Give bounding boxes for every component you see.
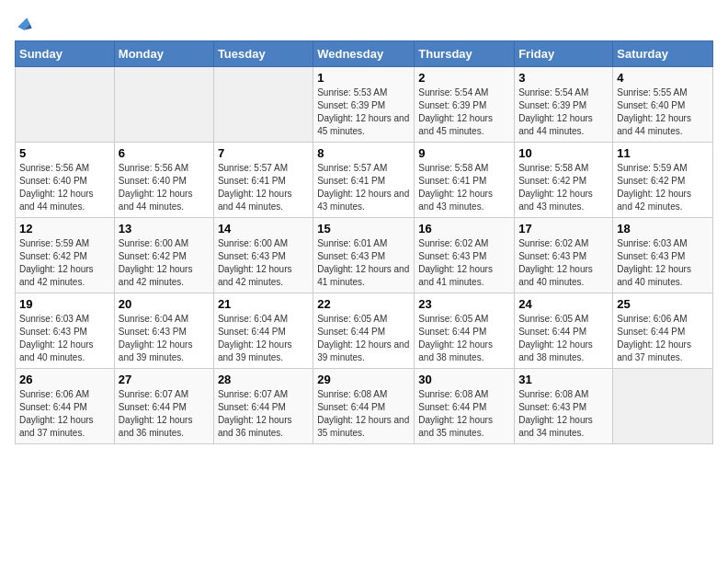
calendar-cell: 13Sunrise: 6:00 AM Sunset: 6:42 PM Dayli… (114, 218, 213, 293)
day-number: 18 (617, 222, 709, 236)
day-number: 6 (119, 146, 210, 160)
day-number: 5 (19, 146, 110, 160)
day-number: 20 (119, 297, 210, 311)
calendar-cell (114, 67, 213, 143)
calendar-cell: 28Sunrise: 6:07 AM Sunset: 6:44 PM Dayli… (213, 369, 313, 444)
day-number: 16 (418, 222, 510, 236)
day-number: 13 (119, 222, 210, 236)
day-number: 31 (518, 373, 609, 386)
day-info: Sunrise: 5:56 AM Sunset: 6:40 PM Dayligh… (19, 162, 110, 213)
week-row-5: 26Sunrise: 6:06 AM Sunset: 6:44 PM Dayli… (16, 369, 713, 444)
day-info: Sunrise: 5:59 AM Sunset: 6:42 PM Dayligh… (617, 162, 709, 213)
day-info: Sunrise: 5:57 AM Sunset: 6:41 PM Dayligh… (317, 162, 410, 213)
calendar-cell (613, 369, 713, 444)
day-info: Sunrise: 6:07 AM Sunset: 6:44 PM Dayligh… (119, 388, 210, 440)
day-info: Sunrise: 5:58 AM Sunset: 6:41 PM Dayligh… (418, 162, 510, 213)
calendar-cell: 16Sunrise: 6:02 AM Sunset: 6:43 PM Dayli… (415, 218, 515, 293)
day-number: 3 (518, 71, 609, 85)
day-info: Sunrise: 6:03 AM Sunset: 6:43 PM Dayligh… (19, 313, 110, 364)
day-info: Sunrise: 6:06 AM Sunset: 6:44 PM Dayligh… (19, 388, 110, 440)
header (15, 15, 713, 33)
day-number: 25 (617, 297, 709, 311)
day-number: 2 (418, 71, 510, 85)
calendar-cell: 30Sunrise: 6:08 AM Sunset: 6:44 PM Dayli… (415, 369, 515, 444)
calendar-table: SundayMondayTuesdayWednesdayThursdayFrid… (15, 40, 713, 444)
weekday-header-row: SundayMondayTuesdayWednesdayThursdayFrid… (16, 41, 713, 67)
day-number: 29 (317, 373, 410, 386)
week-row-1: 1Sunrise: 5:53 AM Sunset: 6:39 PM Daylig… (16, 67, 713, 143)
calendar-cell: 25Sunrise: 6:06 AM Sunset: 6:44 PM Dayli… (613, 293, 713, 369)
weekday-header-wednesday: Wednesday (313, 41, 415, 67)
day-number: 28 (218, 373, 309, 386)
calendar-cell: 23Sunrise: 6:05 AM Sunset: 6:44 PM Dayli… (415, 293, 515, 369)
day-number: 30 (418, 373, 510, 386)
day-number: 9 (418, 146, 510, 160)
week-row-4: 19Sunrise: 6:03 AM Sunset: 6:43 PM Dayli… (16, 293, 713, 369)
day-number: 12 (19, 222, 110, 236)
day-info: Sunrise: 6:04 AM Sunset: 6:44 PM Dayligh… (218, 313, 309, 364)
day-number: 14 (218, 222, 309, 236)
calendar-cell: 26Sunrise: 6:06 AM Sunset: 6:44 PM Dayli… (16, 369, 115, 444)
day-info: Sunrise: 6:02 AM Sunset: 6:43 PM Dayligh… (518, 237, 609, 289)
weekday-header-sunday: Sunday (16, 41, 115, 67)
weekday-header-monday: Monday (114, 41, 213, 67)
day-info: Sunrise: 5:55 AM Sunset: 6:40 PM Dayligh… (617, 86, 709, 138)
day-info: Sunrise: 5:53 AM Sunset: 6:39 PM Dayligh… (317, 86, 410, 138)
day-number: 23 (418, 297, 510, 311)
day-number: 19 (19, 297, 110, 311)
day-info: Sunrise: 6:08 AM Sunset: 6:44 PM Dayligh… (317, 388, 410, 440)
calendar-cell: 6Sunrise: 5:56 AM Sunset: 6:40 PM Daylig… (114, 143, 213, 218)
day-info: Sunrise: 5:57 AM Sunset: 6:41 PM Dayligh… (218, 162, 309, 213)
calendar-cell: 21Sunrise: 6:04 AM Sunset: 6:44 PM Dayli… (213, 293, 313, 369)
logo (15, 15, 37, 33)
calendar-cell: 11Sunrise: 5:59 AM Sunset: 6:42 PM Dayli… (613, 143, 713, 218)
day-number: 15 (317, 222, 410, 236)
calendar-cell: 9Sunrise: 5:58 AM Sunset: 6:41 PM Daylig… (415, 143, 515, 218)
day-info: Sunrise: 6:06 AM Sunset: 6:44 PM Dayligh… (617, 313, 709, 364)
day-info: Sunrise: 6:08 AM Sunset: 6:43 PM Dayligh… (518, 388, 609, 440)
day-number: 27 (119, 373, 210, 386)
logo-icon (15, 15, 33, 33)
weekday-header-saturday: Saturday (613, 41, 713, 67)
day-info: Sunrise: 6:00 AM Sunset: 6:43 PM Dayligh… (218, 237, 309, 289)
day-number: 1 (317, 71, 410, 85)
day-info: Sunrise: 5:56 AM Sunset: 6:40 PM Dayligh… (119, 162, 210, 213)
calendar-cell: 29Sunrise: 6:08 AM Sunset: 6:44 PM Dayli… (313, 369, 415, 444)
calendar-cell: 24Sunrise: 6:05 AM Sunset: 6:44 PM Dayli… (515, 293, 613, 369)
day-number: 22 (317, 297, 410, 311)
calendar-cell: 19Sunrise: 6:03 AM Sunset: 6:43 PM Dayli… (16, 293, 115, 369)
day-info: Sunrise: 6:05 AM Sunset: 6:44 PM Dayligh… (518, 313, 609, 364)
day-info: Sunrise: 6:08 AM Sunset: 6:44 PM Dayligh… (418, 388, 510, 440)
day-info: Sunrise: 6:04 AM Sunset: 6:43 PM Dayligh… (119, 313, 210, 364)
day-number: 24 (518, 297, 609, 311)
calendar-cell: 12Sunrise: 5:59 AM Sunset: 6:42 PM Dayli… (16, 218, 115, 293)
day-info: Sunrise: 6:03 AM Sunset: 6:43 PM Dayligh… (617, 237, 709, 289)
day-info: Sunrise: 6:05 AM Sunset: 6:44 PM Dayligh… (418, 313, 510, 364)
week-row-3: 12Sunrise: 5:59 AM Sunset: 6:42 PM Dayli… (16, 218, 713, 293)
day-info: Sunrise: 5:59 AM Sunset: 6:42 PM Dayligh… (19, 237, 110, 289)
weekday-header-thursday: Thursday (415, 41, 515, 67)
calendar-cell: 10Sunrise: 5:58 AM Sunset: 6:42 PM Dayli… (515, 143, 613, 218)
day-info: Sunrise: 5:54 AM Sunset: 6:39 PM Dayligh… (518, 86, 609, 138)
calendar-cell: 5Sunrise: 5:56 AM Sunset: 6:40 PM Daylig… (16, 143, 115, 218)
day-number: 21 (218, 297, 309, 311)
calendar-cell: 7Sunrise: 5:57 AM Sunset: 6:41 PM Daylig… (213, 143, 313, 218)
calendar-cell: 8Sunrise: 5:57 AM Sunset: 6:41 PM Daylig… (313, 143, 415, 218)
day-info: Sunrise: 6:05 AM Sunset: 6:44 PM Dayligh… (317, 313, 410, 364)
calendar-cell: 3Sunrise: 5:54 AM Sunset: 6:39 PM Daylig… (515, 67, 613, 143)
calendar-cell: 17Sunrise: 6:02 AM Sunset: 6:43 PM Dayli… (515, 218, 613, 293)
day-number: 17 (518, 222, 609, 236)
calendar-cell: 14Sunrise: 6:00 AM Sunset: 6:43 PM Dayli… (213, 218, 313, 293)
week-row-2: 5Sunrise: 5:56 AM Sunset: 6:40 PM Daylig… (16, 143, 713, 218)
calendar-cell: 15Sunrise: 6:01 AM Sunset: 6:43 PM Dayli… (313, 218, 415, 293)
day-number: 8 (317, 146, 410, 160)
day-number: 7 (218, 146, 309, 160)
day-info: Sunrise: 5:58 AM Sunset: 6:42 PM Dayligh… (518, 162, 609, 213)
day-number: 11 (617, 146, 709, 160)
day-info: Sunrise: 6:02 AM Sunset: 6:43 PM Dayligh… (418, 237, 510, 289)
calendar-cell (16, 67, 115, 143)
calendar-cell: 2Sunrise: 5:54 AM Sunset: 6:39 PM Daylig… (415, 67, 515, 143)
calendar-cell: 27Sunrise: 6:07 AM Sunset: 6:44 PM Dayli… (114, 369, 213, 444)
calendar-cell: 18Sunrise: 6:03 AM Sunset: 6:43 PM Dayli… (613, 218, 713, 293)
calendar-cell (213, 67, 313, 143)
